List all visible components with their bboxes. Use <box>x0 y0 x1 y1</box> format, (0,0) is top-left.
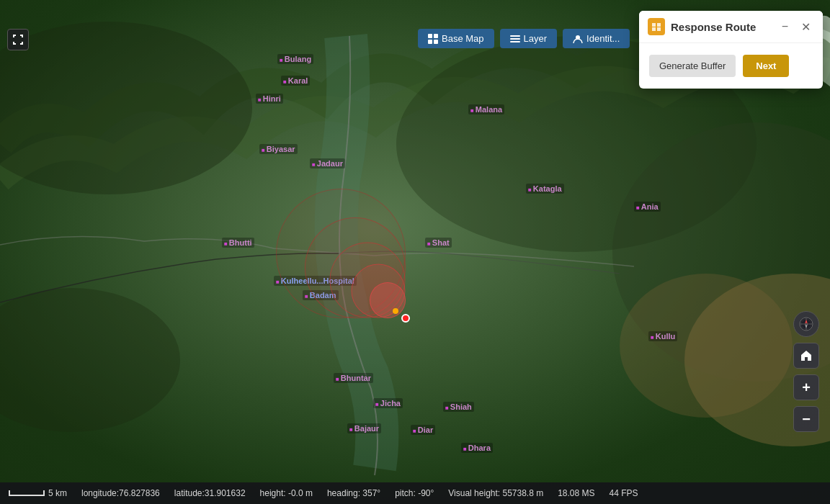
zoom-out-button[interactable]: − <box>793 406 819 432</box>
svg-rect-12 <box>510 38 520 40</box>
scale-text: 5 km <box>48 488 67 498</box>
pitch-display: pitch: -90° <box>395 488 434 498</box>
panel-close-button[interactable]: ✕ <box>798 19 814 35</box>
base-map-label: Base Map <box>442 33 484 44</box>
scale-bar: 5 km <box>9 488 67 498</box>
ms-display: 18.08 MS <box>558 488 594 498</box>
response-route-panel: Response Route − ✕ Generate Buffer Next <box>639 11 823 89</box>
layer-label: Layer <box>524 33 548 44</box>
identity-label: Identit... <box>586 33 620 44</box>
panel-header: Response Route − ✕ <box>639 11 823 43</box>
heading-display: heading: 357° <box>327 488 380 498</box>
next-button[interactable]: Next <box>743 55 789 77</box>
svg-rect-8 <box>434 34 438 38</box>
map-container: Base Map Layer Identit... Bulang Karal H… <box>0 0 830 504</box>
height-display: height: -0.0 m <box>260 488 313 498</box>
panel-body: Generate Buffer Next <box>639 43 823 89</box>
panel-icon <box>648 18 665 35</box>
home-button[interactable] <box>793 343 819 369</box>
svg-rect-9 <box>428 40 432 44</box>
svg-point-6 <box>620 274 793 418</box>
zoom-in-button[interactable]: + <box>793 374 819 400</box>
status-bar: 5 km longitude:76.827836 latitude:31.901… <box>0 482 830 504</box>
scale-line <box>9 490 45 496</box>
map-controls-bar: Base Map Layer Identit... <box>418 29 630 48</box>
base-map-button[interactable]: Base Map <box>418 29 494 48</box>
svg-rect-7 <box>428 34 432 38</box>
visual-height-display: Visual height: 55738.8 m <box>448 488 543 498</box>
latitude-display: latitude:31.901632 <box>174 488 246 498</box>
right-map-controls: + − <box>793 311 819 432</box>
layer-button[interactable]: Layer <box>500 29 558 48</box>
fps-display: 44 FPS <box>610 488 638 498</box>
compass-button[interactable] <box>793 311 819 337</box>
generate-buffer-button[interactable]: Generate Buffer <box>649 55 736 77</box>
panel-minimize-button[interactable]: − <box>778 19 792 35</box>
svg-rect-13 <box>510 41 520 42</box>
svg-rect-11 <box>510 35 520 37</box>
svg-rect-10 <box>434 40 438 44</box>
identity-button[interactable]: Identit... <box>563 29 630 48</box>
longitude-display: longitude:76.827836 <box>81 488 160 498</box>
panel-title: Response Route <box>671 21 772 33</box>
fullscreen-button[interactable] <box>7 29 29 50</box>
